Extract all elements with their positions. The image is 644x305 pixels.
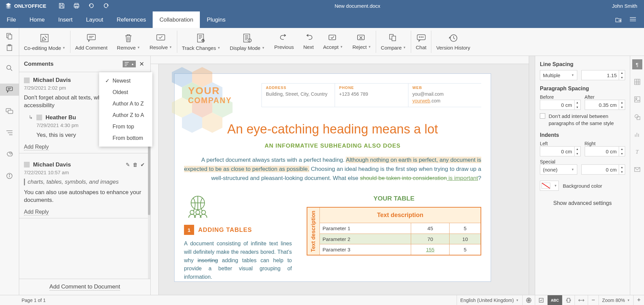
editor-scrollbar[interactable] (529, 56, 535, 295)
comment-quote: charts, tables, symbols, and images (24, 179, 145, 185)
svg-point-52 (9, 174, 10, 175)
next-button[interactable]: Next (299, 28, 318, 56)
sort-from-top[interactable]: From top (99, 121, 152, 132)
sort-oldest[interactable]: Oldest (99, 87, 152, 98)
display-mode-button[interactable]: Display Mode▼ (225, 28, 270, 56)
zoom-level[interactable]: Zoom 80%▼ (599, 295, 634, 305)
svg-rect-11 (8, 35, 12, 39)
textart-tab[interactable]: T (632, 147, 642, 157)
sidebar-comments[interactable] (0, 84, 19, 96)
tab-references[interactable]: References (110, 11, 153, 28)
sort-from-bottom[interactable]: From bottom (99, 132, 152, 144)
comment-date: 7/22/2021 10:57 am (24, 170, 145, 175)
add-comment-to-doc[interactable]: Add Comment to Document (50, 283, 120, 291)
copy-icon[interactable] (6, 32, 13, 40)
chart-tab[interactable] (632, 129, 642, 140)
spell-badge[interactable]: ABC (547, 295, 562, 305)
version-history-button[interactable]: Version History (431, 28, 475, 56)
options-icon[interactable] (630, 17, 636, 22)
sidebar-chat[interactable] (0, 105, 19, 117)
main: Comments ▲ ✕ Michael Davis ✎ 🗑 ✔ (0, 56, 644, 295)
svg-rect-15 (87, 34, 95, 40)
doc-paragraph: A perfect document always starts with a … (184, 155, 481, 183)
svg-rect-25 (244, 34, 250, 42)
mail-tab[interactable] (632, 164, 642, 175)
spellcheck-toggle[interactable] (522, 295, 535, 305)
edit-comment-icon[interactable]: ✎ (126, 162, 130, 168)
brand: ONLYOFFICE (0, 3, 52, 9)
svg-point-37 (421, 37, 422, 37)
coediting-mode-button[interactable]: Co-editing Mode▼ (19, 28, 70, 56)
image-tab[interactable] (632, 94, 642, 104)
sort-button[interactable]: ▲ (123, 61, 136, 67)
editor-area[interactable]: YOUR COMPANY ADDRESS Building, Street, C… (151, 56, 529, 295)
shape-tab[interactable] (632, 112, 642, 122)
avatar (24, 162, 30, 167)
spacing-after[interactable]: 0.35 cm▲▼ (585, 100, 625, 110)
add-reply-link[interactable]: Add Reply (24, 144, 49, 150)
bg-color-picker[interactable]: ▼ (540, 181, 559, 191)
special-indent-value[interactable]: 0 cm▲▼ (581, 164, 625, 175)
open-location-icon[interactable] (615, 17, 622, 23)
advanced-settings-link[interactable]: Show advanced settings (540, 200, 625, 206)
tab-insert[interactable]: Insert (52, 11, 80, 28)
accept-button[interactable]: Accept▼ (318, 28, 348, 56)
sidebar-nav[interactable] (0, 127, 19, 139)
track-changes-button[interactable]: Track Changes▼ (177, 28, 225, 56)
page-status[interactable]: Page 1 of 1 (0, 298, 46, 303)
ribbon: Co-editing Mode▼ Add Comment Remove▼ Res… (0, 28, 644, 56)
document-page[interactable]: YOUR COMPANY ADDRESS Building, Street, C… (174, 73, 491, 282)
sort-newest[interactable]: ✓Newest (99, 75, 152, 87)
print-icon[interactable] (73, 2, 80, 9)
chat-button[interactable]: Chat (411, 28, 431, 56)
zoom-out[interactable]: − (588, 295, 599, 305)
tab-file[interactable]: File (0, 11, 23, 28)
language-status[interactable]: English (United Kingdom)▼ (457, 295, 522, 305)
tab-plugins[interactable]: Plugins (200, 11, 232, 28)
left-sidebar (0, 56, 19, 295)
sidebar-about[interactable] (0, 170, 19, 182)
paragraph-tab[interactable]: ¶ (632, 59, 642, 69)
table-tab[interactable] (632, 77, 642, 87)
zoom-in[interactable]: + (633, 295, 644, 305)
compare-button[interactable]: Compare▼ (376, 28, 411, 56)
reject-button[interactable]: Reject▼ (348, 28, 376, 56)
user-name[interactable]: John Smith (605, 3, 644, 9)
svg-rect-41 (6, 87, 12, 91)
add-comment-button[interactable]: Add Comment (70, 28, 112, 56)
indent-right[interactable]: 0 cm▲▼ (585, 146, 625, 156)
close-panel-button[interactable]: ✕ (138, 60, 146, 68)
redo-icon[interactable] (103, 2, 110, 9)
sidebar-search[interactable] (0, 62, 19, 74)
chat-icon (416, 34, 426, 42)
svg-rect-34 (392, 36, 396, 41)
tab-collaboration[interactable]: Collaboration (153, 11, 200, 28)
previous-button[interactable]: Previous (270, 28, 299, 56)
spacing-before[interactable]: 0 cm▲▼ (540, 100, 581, 110)
remove-button[interactable]: Remove▼ (112, 28, 145, 56)
no-interval-checkbox[interactable]: Don't add interval between paragraphs of… (540, 113, 625, 127)
tab-layout[interactable]: Layout (79, 11, 110, 28)
tab-home[interactable]: Home (23, 11, 51, 28)
resolve-button[interactable]: Resolve▼ (145, 28, 177, 56)
sort-author-az[interactable]: Author A to Z (99, 98, 152, 110)
line-spacing-value[interactable]: 1.15▲▼ (581, 70, 625, 80)
indent-left[interactable]: 0 cm▲▼ (540, 146, 581, 156)
fit-page[interactable] (562, 295, 575, 305)
resolve-comment-icon[interactable]: ✔ (141, 162, 145, 168)
sort-author-za[interactable]: Author Z to A (99, 110, 152, 121)
paste-icon[interactable] (6, 44, 13, 51)
address-label: ADDRESS (266, 86, 331, 90)
title-bar: ONLYOFFICE New document.docx John Smith (0, 0, 644, 11)
special-indent-mode[interactable]: (none)▼ (540, 164, 577, 175)
add-reply-link[interactable]: Add Reply (24, 209, 49, 215)
line-spacing-mode[interactable]: Multiple▼ (540, 70, 577, 80)
delete-comment-icon[interactable]: 🗑 (133, 162, 138, 168)
sidebar-feedback[interactable] (0, 148, 19, 160)
svg-rect-84 (567, 298, 570, 302)
save-icon[interactable] (58, 2, 65, 9)
svg-rect-83 (539, 298, 543, 302)
undo-icon[interactable] (88, 2, 95, 9)
track-toggle[interactable] (535, 295, 547, 305)
fit-width[interactable] (575, 295, 588, 305)
